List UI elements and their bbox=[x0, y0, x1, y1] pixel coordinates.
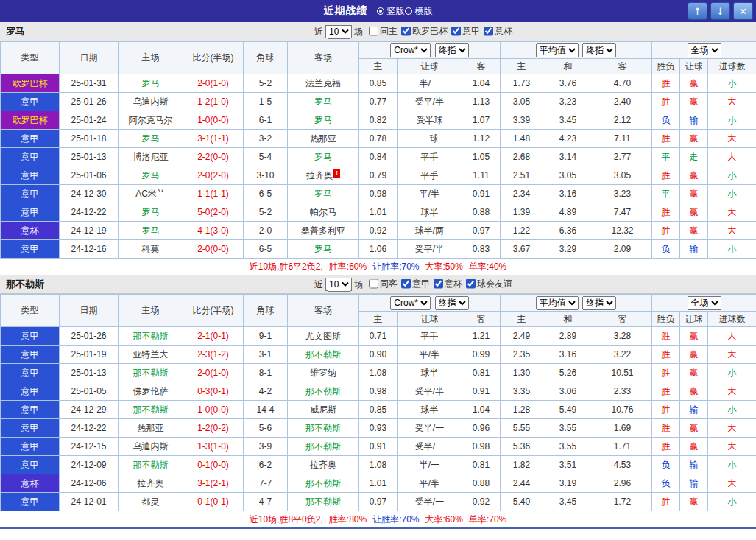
filter-同主[interactable]: 同主 bbox=[369, 25, 398, 38]
sub-header-goals: 进球数 bbox=[708, 59, 756, 74]
corner-score: 2-0 bbox=[244, 222, 288, 240]
match-row: 意杯24-12-19罗马4-1(3-0)2-0桑普多利亚0.92球半/两0.97… bbox=[1, 222, 756, 240]
avg-draw: 3.45 bbox=[543, 493, 593, 511]
team-link: 罗马 bbox=[142, 225, 160, 236]
home-team: 热那亚 bbox=[119, 419, 183, 438]
filter-意杯[interactable]: 意杯 bbox=[434, 278, 462, 290]
average-stage-select[interactable]: 终指 bbox=[582, 43, 616, 57]
home-team: 罗马 bbox=[119, 222, 183, 240]
summary-stat: 近10场,胜8平0负2, bbox=[250, 513, 323, 526]
match-date: 24-12-22 bbox=[60, 419, 119, 438]
odds-company-select[interactable]: Crow* bbox=[390, 296, 431, 310]
filter-label: 意甲 bbox=[462, 25, 480, 38]
corner-score: 3-1 bbox=[244, 346, 288, 364]
odds-home: 0.93 bbox=[359, 419, 398, 438]
average-stage-select[interactable]: 终指 bbox=[582, 296, 616, 310]
close-button[interactable]: ✕ bbox=[733, 2, 753, 20]
scroll-up-button[interactable]: ↑ bbox=[688, 2, 707, 20]
scroll-down-button[interactable]: ↓ bbox=[710, 2, 730, 20]
home-team: 罗马 bbox=[119, 166, 183, 185]
match-date: 24-12-06 bbox=[60, 474, 119, 493]
odds-handicap: 球半 bbox=[398, 364, 462, 382]
filter-意杯[interactable]: 意杯 bbox=[484, 25, 512, 38]
corner-score: 5-6 bbox=[244, 419, 288, 438]
filter-球会友谊[interactable]: 球会友谊 bbox=[466, 278, 512, 290]
result-goals: 小 bbox=[708, 74, 756, 93]
away-team: 罗马 bbox=[288, 185, 359, 203]
match-type: 意甲 bbox=[1, 148, 60, 166]
corner-score: 6-1 bbox=[244, 111, 288, 130]
away-team: 那不勒斯 bbox=[288, 474, 359, 493]
filter-checkbox[interactable] bbox=[401, 279, 411, 289]
corner-score: 3-10 bbox=[244, 166, 288, 185]
filter-checkbox[interactable] bbox=[401, 27, 411, 36]
corner-score: 3-2 bbox=[244, 130, 288, 148]
scope-select[interactable]: 全场 bbox=[688, 43, 721, 57]
home-team: 罗马 bbox=[119, 203, 183, 222]
match-count-select[interactable]: 10 bbox=[325, 277, 352, 291]
odds-company-select[interactable]: Crow* bbox=[390, 43, 431, 57]
avg-home: 2.35 bbox=[501, 346, 543, 364]
home-team: 罗马 bbox=[119, 130, 183, 148]
match-row: 意杯24-12-06拉齐奥3-1(2-1)7-7那不勒斯1.01平/半0.882… bbox=[1, 474, 756, 493]
sub-header-odds-away: 客 bbox=[462, 312, 501, 327]
match-score: 0-3(0-1) bbox=[183, 382, 244, 401]
team-link: 阿尔克马尔 bbox=[129, 115, 173, 125]
corner-score: 9-1 bbox=[244, 327, 288, 346]
match-type: 意甲 bbox=[1, 364, 60, 382]
filter-checkbox[interactable] bbox=[466, 279, 476, 289]
col-header-date: 日期 bbox=[60, 295, 119, 327]
result-handicap: 赢 bbox=[680, 364, 708, 382]
team-link: 维罗纳 bbox=[310, 368, 336, 378]
filter-欧罗巴杯[interactable]: 欧罗巴杯 bbox=[401, 25, 448, 38]
scope-select[interactable]: 全场 bbox=[688, 296, 721, 310]
match-date: 25-01-26 bbox=[60, 93, 119, 111]
odds-home: 0.84 bbox=[359, 148, 398, 166]
avg-draw: 2.89 bbox=[543, 327, 593, 346]
filter-同客[interactable]: 同客 bbox=[369, 278, 398, 290]
away-team: 那不勒斯 bbox=[288, 493, 359, 511]
odds-handicap: 受半球 bbox=[398, 111, 462, 130]
team-link: 罗马 bbox=[142, 78, 160, 88]
avg-draw: 3.55 bbox=[543, 419, 593, 438]
match-type: 意甲 bbox=[1, 185, 60, 203]
radio-icon bbox=[405, 7, 412, 15]
match-date: 25-01-31 bbox=[60, 74, 119, 93]
home-team: 博洛尼亚 bbox=[119, 148, 183, 166]
result-goals: 大 bbox=[708, 419, 756, 438]
team-section-napoli: 那不勒斯 近 10 场 同客意甲意杯球会友谊 类型 日期 主场 bbox=[0, 275, 756, 527]
average-select[interactable]: 平均值 bbox=[536, 43, 579, 57]
odds-home: 1.06 bbox=[359, 240, 398, 259]
summary-line: 近10场,胜8平0负2,胜率:80%让胜率:70%大率:60%单率:70% bbox=[0, 511, 756, 527]
result-handicap: 赢 bbox=[680, 493, 708, 511]
col-header-away: 客场 bbox=[288, 42, 359, 74]
filter-checkbox[interactable] bbox=[434, 279, 443, 289]
filter-checkbox[interactable] bbox=[369, 27, 378, 36]
result-goals: 小 bbox=[708, 111, 756, 130]
avg-away: 2.09 bbox=[593, 240, 652, 259]
team-link: 科莫 bbox=[142, 244, 160, 254]
match-count-select[interactable]: 10 bbox=[325, 24, 352, 38]
away-team: 那不勒斯 bbox=[288, 419, 359, 438]
team-link: 罗马 bbox=[142, 133, 160, 144]
odds-stage-select[interactable]: 终指 bbox=[435, 43, 469, 57]
layout-radio-horizontal[interactable]: 横版 bbox=[405, 5, 433, 18]
filter-checkbox[interactable] bbox=[484, 27, 493, 36]
result-wdl: 胜 bbox=[652, 222, 680, 240]
page-title: 近期战绩 bbox=[324, 4, 368, 18]
filter-checkbox[interactable] bbox=[369, 279, 378, 289]
filter-意甲[interactable]: 意甲 bbox=[401, 278, 430, 290]
sub-header-goals: 进球数 bbox=[708, 312, 756, 327]
match-score: 2-0(1-0) bbox=[183, 364, 244, 382]
corner-score: 6-5 bbox=[244, 185, 288, 203]
col-header-home: 主场 bbox=[119, 295, 183, 327]
filter-意甲[interactable]: 意甲 bbox=[451, 25, 480, 38]
filter-checkbox[interactable] bbox=[451, 27, 461, 36]
average-select[interactable]: 平均值 bbox=[536, 296, 579, 310]
odds-stage-select[interactable]: 终指 bbox=[435, 296, 469, 310]
odds-handicap: 平/半 bbox=[398, 346, 462, 364]
result-handicap: 输 bbox=[680, 111, 708, 130]
avg-home: 3.39 bbox=[501, 111, 543, 130]
average-group-header: 平均值 终指 bbox=[501, 295, 652, 312]
layout-radio-vertical[interactable]: 竖版 bbox=[377, 5, 405, 18]
